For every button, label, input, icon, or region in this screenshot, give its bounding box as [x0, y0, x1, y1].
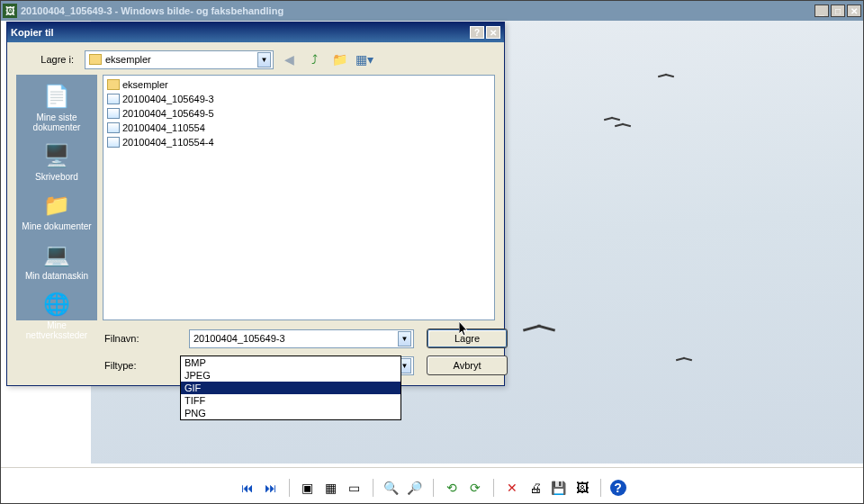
image-content	[615, 124, 651, 131]
file-name: 20100404_105649-3	[122, 94, 214, 104]
save-button[interactable]: 💾	[550, 479, 568, 497]
folder-icon	[89, 54, 102, 65]
image-file-icon	[107, 94, 120, 104]
zoom-in-button[interactable]: 🔍	[382, 479, 400, 497]
file-row[interactable]: 20100404_110554	[105, 121, 492, 135]
new-folder-button[interactable]: 📁	[329, 50, 349, 69]
delete-button[interactable]: ✕	[503, 479, 521, 497]
save-button-label: Lagre	[454, 333, 480, 344]
dialog-close-button[interactable]: ✕	[486, 26, 500, 39]
file-row[interactable]: 20100404_110554-4	[105, 135, 492, 149]
filename-label: Filnavn:	[104, 333, 176, 344]
app-title: 20100404_105649-3 - Windows bilde- og fa…	[21, 5, 814, 16]
bottom-toolbar: ⏮ ⏭ ▣ ▦ ▭ 🔍 🔎 ⟲ ⟳ ✕ 🖨 💾 🖼 ?	[1, 467, 863, 503]
view-menu-button[interactable]: ▦▾	[355, 50, 374, 69]
dialog-help-button[interactable]: ?	[470, 26, 484, 39]
dialog-title: Kopier til	[11, 27, 470, 38]
sidebar-item-documents[interactable]: 📁 Mine dokumenter	[20, 189, 93, 233]
filetype-option-selected[interactable]: GIF	[181, 382, 400, 394]
filetype-option[interactable]: BMP	[181, 356, 400, 369]
network-icon: 🌐	[42, 290, 71, 319]
filename-value: 20100404_105649-3	[194, 333, 398, 344]
chevron-down-icon[interactable]: ▼	[398, 331, 411, 346]
cancel-button[interactable]: Avbryt	[427, 356, 508, 375]
dialog-top-row: Lagre i: eksempler ▼ ◀ ⤴ 📁 ▦▾	[7, 42, 504, 75]
file-list-pane[interactable]: eksempler 20100404_105649-3 20100404_105…	[103, 75, 495, 320]
dialog-middle: 📄 Mine siste dokumenter 🖥️ Skrivebord 📁 …	[7, 75, 504, 324]
save-in-value: eksempler	[105, 54, 257, 65]
file-name: 20100404_105649-5	[122, 108, 214, 119]
zoom-out-button[interactable]: 🔎	[406, 479, 424, 497]
image-file-icon	[107, 122, 120, 133]
rotate-left-button[interactable]: ⟲	[443, 479, 461, 497]
minimize-button[interactable]: _	[814, 4, 829, 17]
toolbar-separator	[493, 479, 494, 497]
file-row[interactable]: 20100404_105649-5	[105, 106, 492, 121]
image-content	[676, 358, 712, 365]
toolbar-separator	[433, 479, 434, 497]
image-file-icon	[107, 108, 120, 119]
recent-docs-icon: 📄	[42, 82, 71, 111]
file-row[interactable]: 20100404_105649-3	[105, 92, 492, 106]
dialog-titlebar: Kopier til ? ✕	[7, 22, 504, 42]
save-button[interactable]: Lagre	[427, 328, 508, 348]
file-name: eksempler	[122, 79, 168, 90]
filetype-dropdown-list[interactable]: BMP JPEG GIF TIFF PNG	[180, 356, 401, 420]
file-name: 20100404_110554	[122, 122, 205, 133]
sidebar-item-recent[interactable]: 📄 Mine siste dokumenter	[16, 80, 97, 134]
places-sidebar: 📄 Mine siste dokumenter 🖥️ Skrivebord 📁 …	[16, 75, 97, 320]
file-row[interactable]: eksempler	[105, 77, 492, 92]
computer-icon: 💻	[42, 240, 71, 269]
save-in-label: Lagre i:	[34, 54, 79, 65]
prev-image-button[interactable]: ⏮	[238, 479, 256, 497]
back-button[interactable]: ◀	[279, 50, 299, 69]
image-content	[658, 75, 694, 82]
cancel-button-label: Avbryt	[454, 360, 482, 371]
app-icon: 🖼	[3, 4, 17, 18]
app-titlebar: 🖼 20100404_105649-3 - Windows bilde- og …	[1, 1, 863, 21]
best-fit-button[interactable]: ▣	[299, 479, 317, 497]
filetype-label: Filtype:	[104, 360, 176, 371]
chevron-down-icon[interactable]: ▼	[257, 52, 271, 68]
sidebar-item-desktop[interactable]: 🖥️ Skrivebord	[33, 140, 80, 184]
rotate-right-button[interactable]: ⟳	[466, 479, 484, 497]
desktop-icon: 🖥️	[42, 141, 71, 170]
maximize-button[interactable]: □	[831, 4, 845, 17]
sidebar-item-computer[interactable]: 💻 Min datamaskin	[23, 238, 90, 283]
toolbar-separator	[600, 479, 601, 497]
sidebar-item-label: Mine siste dokumenter	[18, 112, 95, 132]
sidebar-item-label: Mine dokumenter	[22, 221, 91, 231]
slideshow-button[interactable]: ▭	[346, 479, 364, 497]
image-file-icon	[107, 137, 120, 148]
filetype-option[interactable]: JPEG	[181, 369, 400, 382]
filename-input[interactable]: 20100404_105649-3 ▼	[189, 329, 414, 348]
filetype-option[interactable]: TIFF	[181, 394, 400, 407]
filetype-option[interactable]: PNG	[181, 407, 400, 419]
actual-size-button[interactable]: ▦	[322, 479, 340, 497]
toolbar-separator	[289, 479, 290, 497]
toolbar-separator	[373, 479, 374, 497]
up-one-level-button[interactable]: ⤴	[304, 50, 324, 69]
sidebar-item-label: Skrivebord	[35, 172, 78, 182]
close-button[interactable]: ✕	[847, 4, 861, 17]
print-button[interactable]: 🖨	[526, 479, 544, 497]
edit-button[interactable]: 🖼	[573, 479, 591, 497]
file-name: 20100404_110554-4	[122, 137, 214, 148]
save-dialog: Kopier til ? ✕ Lagre i: eksempler ▼ ◀ ⤴ …	[6, 22, 505, 386]
next-image-button[interactable]: ⏭	[262, 479, 280, 497]
image-content	[523, 327, 559, 334]
documents-icon: 📁	[42, 191, 71, 220]
sidebar-item-label: Min datamaskin	[25, 271, 88, 281]
folder-icon	[107, 79, 120, 90]
save-in-combo[interactable]: eksempler ▼	[85, 50, 274, 69]
help-button[interactable]: ?	[610, 480, 626, 496]
